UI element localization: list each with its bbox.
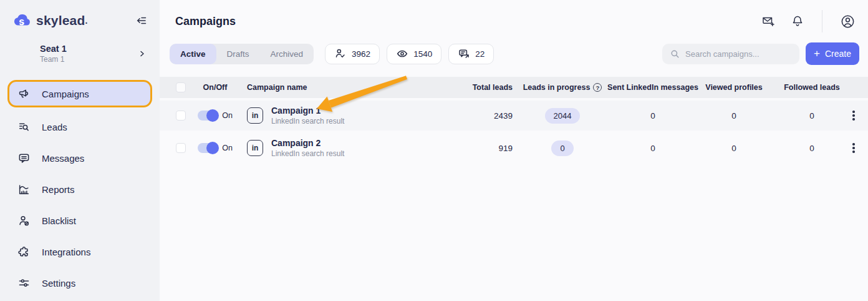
sidebar-item-blacklist[interactable]: Blacklist — [0, 205, 160, 236]
main-content: Campaigns — [160, 0, 868, 301]
toggle-label: On — [222, 111, 233, 120]
sidebar-item-settings[interactable]: Settings — [0, 267, 160, 299]
header-divider — [822, 10, 822, 32]
toggle-track[interactable] — [198, 111, 218, 121]
sidebar-item-label: Leads — [42, 122, 67, 132]
sidebar-item-label: Blacklist — [42, 215, 76, 226]
leads-in-progress-cell: 2044 — [545, 111, 581, 121]
user-blocked-icon — [17, 214, 31, 227]
leads-in-progress-cell: 0 — [551, 144, 573, 153]
seat-selector[interactable]: Seat 1 Team 1 — [0, 30, 160, 64]
select-all-checkbox[interactable] — [176, 82, 186, 92]
stat-chips: 3962 1540 2 — [325, 44, 494, 64]
stat-chip-views[interactable]: 1540 — [387, 44, 441, 64]
chart-icon — [17, 183, 31, 196]
sidebar-item-label: Messages — [42, 153, 84, 164]
help-icon[interactable]: ? — [593, 83, 602, 92]
campaign-toggle[interactable]: On — [198, 111, 233, 121]
campaign-status-tabs: Active Drafts Archived — [170, 44, 314, 64]
tab-archived[interactable]: Archived — [260, 44, 314, 64]
column-viewed-profiles: Viewed profiles — [705, 83, 762, 92]
toolbar: Active Drafts Archived 3962 — [160, 32, 868, 65]
create-button[interactable]: + Create — [806, 42, 859, 65]
sidebar-item-integrations[interactable]: Integrations — [0, 236, 160, 267]
sliders-icon — [17, 277, 31, 290]
viewed-profiles-value: 0 — [731, 144, 736, 153]
notifications-bell-icon[interactable] — [791, 14, 804, 28]
leads-in-progress-badge: 2044 — [545, 108, 581, 124]
logo-wordmark: skylead — [36, 13, 85, 28]
search-icon — [670, 49, 680, 59]
leads-in-progress-badge: 0 — [551, 141, 573, 156]
sidebar-item-campaigns[interactable]: Campaigns — [7, 80, 152, 107]
seat-subtitle: Team 1 — [40, 55, 67, 64]
leads-search-icon — [17, 121, 31, 134]
person-check-icon — [334, 47, 347, 60]
table-row[interactable]: On in Campaign 2 LinkedIn search result … — [160, 133, 868, 163]
total-leads-value: 2439 — [494, 111, 513, 121]
tab-active[interactable]: Active — [170, 44, 216, 64]
row-menu-kebab-icon[interactable] — [850, 141, 857, 155]
toggle-track[interactable] — [198, 143, 218, 153]
sidebar-item-messages[interactable]: Messages — [0, 142, 160, 174]
eye-icon — [396, 47, 408, 60]
column-leads-in-progress: Leads in progress ? — [523, 83, 602, 92]
linkedin-icon: in — [247, 107, 263, 124]
viewed-profiles-value: 0 — [731, 111, 736, 121]
followed-leads-value: 0 — [809, 144, 814, 153]
sidebar-item-leads[interactable]: Leads — [0, 111, 160, 142]
chevron-right-icon[interactable] — [137, 49, 147, 59]
campaigns-table: On/Off Campaign name Total leads Leads i… — [160, 77, 868, 163]
sent-messages-value: 0 — [650, 111, 655, 121]
campaign-name-cell[interactable]: in Campaign 1 LinkedIn search result — [238, 106, 450, 126]
sidebar-nav: Campaigns Leads Messages — [0, 80, 160, 299]
account-avatar-icon[interactable] — [840, 14, 856, 29]
search-box — [662, 44, 799, 64]
campaign-name-cell[interactable]: in Campaign 2 LinkedIn search result — [238, 138, 450, 158]
tab-drafts[interactable]: Drafts — [216, 44, 260, 64]
stat-chip-replies[interactable]: 22 — [448, 44, 494, 64]
message-bubble-icon — [17, 152, 31, 165]
sidebar-item-label: Campaigns — [42, 89, 89, 99]
plus-icon: + — [814, 47, 820, 60]
column-onoff: On/Off — [203, 83, 228, 92]
table-header-row: On/Off Campaign name Total leads Leads i… — [160, 77, 868, 98]
stat-value: 1540 — [413, 49, 432, 59]
create-button-label: Create — [825, 49, 851, 59]
stat-value: 22 — [475, 49, 485, 59]
mail-add-icon[interactable] — [761, 14, 776, 29]
sidebar-item-reports[interactable]: Reports — [0, 174, 160, 205]
megaphone-icon — [17, 87, 31, 101]
toggle-knob — [206, 109, 219, 122]
stat-chip-connected[interactable]: 3962 — [325, 44, 380, 64]
message-sent-icon — [458, 47, 470, 60]
table-row[interactable]: On in Campaign 1 LinkedIn search result … — [160, 101, 868, 131]
sent-messages-value: 0 — [650, 144, 655, 153]
puzzle-icon — [17, 245, 31, 259]
campaign-name[interactable]: Campaign 2 — [271, 138, 344, 148]
collapse-sidebar-icon[interactable] — [135, 14, 148, 27]
linkedin-icon: in — [247, 140, 263, 156]
campaign-name[interactable]: Campaign 1 — [271, 106, 344, 116]
campaign-toggle[interactable]: On — [198, 143, 233, 153]
column-sent-messages: Sent LinkedIn messages — [607, 83, 698, 92]
followed-leads-value: 0 — [809, 111, 814, 121]
sidebar-item-label: Integrations — [42, 247, 90, 257]
column-followed-leads: Followed leads — [784, 83, 840, 92]
sidebar: skylead . Seat 1 Team 1 Campaigns — [0, 0, 160, 301]
logo-row: skylead . — [0, 0, 160, 30]
page-title: Campaigns — [175, 15, 236, 28]
row-checkbox[interactable] — [176, 143, 186, 153]
column-campaign-name: Campaign name — [238, 83, 307, 92]
search-input[interactable] — [685, 49, 792, 59]
row-menu-kebab-icon[interactable] — [850, 108, 857, 123]
sidebar-item-label: Settings — [42, 278, 75, 289]
campaign-type: LinkedIn search result — [271, 149, 344, 158]
toggle-knob — [206, 142, 219, 154]
row-checkbox[interactable] — [176, 111, 186, 121]
logo-dot: . — [85, 16, 87, 26]
column-total-leads: Total leads — [473, 83, 513, 92]
sidebar-item-label: Reports — [42, 184, 75, 195]
campaign-type: LinkedIn search result — [271, 117, 344, 126]
seat-title: Seat 1 — [40, 44, 67, 54]
